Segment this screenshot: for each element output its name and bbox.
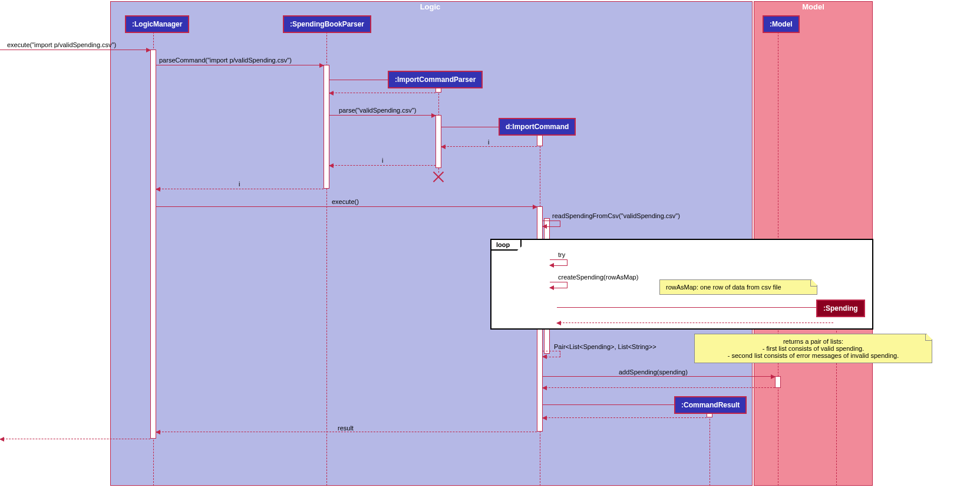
arrow-parse xyxy=(329,115,435,116)
model-activation xyxy=(775,376,781,388)
arrow-execute2 xyxy=(156,206,537,207)
msg-result: result xyxy=(338,425,354,432)
msg-parse: parse("validSpending.csv") xyxy=(339,107,416,114)
msg-execute2: execute() xyxy=(332,198,359,205)
arrow-result xyxy=(156,432,537,432)
model-participant: :Model xyxy=(763,15,800,33)
msg-parse-command: parseCommand("import p/validSpending.csv… xyxy=(159,57,292,64)
self-try xyxy=(550,259,567,266)
msg-i1: i xyxy=(488,139,489,146)
self-read-csv xyxy=(543,221,560,227)
note-pair-return-line2: - first list consists of valid spending. xyxy=(763,345,864,352)
msg-add-spending: addSpending(spending) xyxy=(619,368,688,376)
self-pair-return xyxy=(543,351,560,357)
arrow-to-spending xyxy=(557,307,833,308)
import-command-parser-activation2 xyxy=(435,115,441,168)
note-pair-return-line1: returns a pair of lists: xyxy=(783,338,843,345)
arrow-from-import-parser xyxy=(329,93,435,93)
spending-book-parser-activation xyxy=(324,65,329,189)
loop-tag: loop xyxy=(491,240,522,251)
note-pair-return-line3szlig: - second list consists of error messages… xyxy=(728,352,899,359)
command-result-participant: :CommandResult xyxy=(674,396,747,414)
command-result-lifeline xyxy=(710,413,710,486)
note-row-as-map: rowAsMap: one row of data from csv file xyxy=(659,279,817,295)
msg-i3: i xyxy=(239,180,240,187)
arrow-add-spending xyxy=(543,376,775,377)
msg-pair-return: Pair<List<Spending>, List<String>> xyxy=(554,343,656,350)
arrow-final-return xyxy=(0,439,150,439)
msg-create-spending: createSpending(rowAsMap) xyxy=(558,274,638,281)
arrow-i2 xyxy=(329,165,435,166)
import-parser-destroy xyxy=(433,171,444,183)
self-create-spending xyxy=(550,282,567,288)
logic-manager-activation xyxy=(150,50,156,439)
arrow-i1 xyxy=(441,146,537,147)
msg-read-csv: readSpendingFromCsv("validSpending.csv") xyxy=(552,212,680,219)
note-pair-return: returns a pair of lists: - first list co… xyxy=(694,334,932,363)
logic-manager-participant: :LogicManager xyxy=(125,15,189,33)
arrow-i3 xyxy=(156,189,324,189)
msg-try: try xyxy=(558,251,565,258)
arrow-execute1 xyxy=(0,50,150,50)
msg-i2: i xyxy=(382,157,383,164)
msg-execute1: execute("import p/validSpending.csv") xyxy=(7,41,116,48)
logic-title: Logic xyxy=(413,2,448,11)
spending-participant: :Spending xyxy=(816,300,865,317)
arrow-from-spending xyxy=(557,323,833,323)
arrow-from-command-result xyxy=(543,417,707,418)
arrow-parse-command xyxy=(156,65,324,65)
import-command-parser-participant: :ImportCommandParser xyxy=(388,71,483,88)
model-title: Model xyxy=(796,2,831,11)
arrow-add-spending-return xyxy=(543,387,775,388)
import-command-participant: d:ImportCommand xyxy=(499,118,576,136)
spending-book-parser-participant: :SpendingBookParser xyxy=(283,15,371,33)
